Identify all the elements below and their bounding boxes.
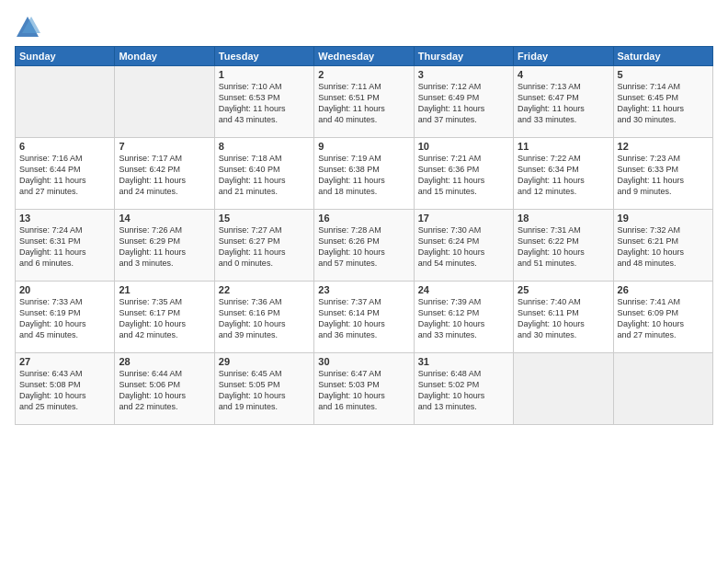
day-info: Sunrise: 7:32 AM Sunset: 6:21 PM Dayligh… <box>618 224 709 270</box>
day-number: 16 <box>318 213 409 224</box>
calendar-cell: 21Sunrise: 7:35 AM Sunset: 6:17 PM Dayli… <box>115 282 214 353</box>
day-info: Sunrise: 6:47 AM Sunset: 5:03 PM Dayligh… <box>318 368 409 413</box>
day-info: Sunrise: 7:41 AM Sunset: 6:09 PM Dayligh… <box>618 296 709 341</box>
day-info: Sunrise: 7:39 AM Sunset: 6:12 PM Dayligh… <box>418 296 509 341</box>
weekday-header: Friday <box>514 47 613 66</box>
calendar-cell: 9Sunrise: 7:19 AM Sunset: 6:38 PM Daylig… <box>314 138 414 210</box>
day-number: 26 <box>618 284 709 295</box>
day-number: 25 <box>518 284 609 295</box>
day-number: 29 <box>219 356 310 367</box>
day-number: 18 <box>518 213 609 224</box>
calendar-cell: 17Sunrise: 7:30 AM Sunset: 6:24 PM Dayli… <box>414 210 513 282</box>
day-info: Sunrise: 7:33 AM Sunset: 6:19 PM Dayligh… <box>19 296 110 341</box>
calendar-cell: 6Sunrise: 7:16 AM Sunset: 6:44 PM Daylig… <box>16 138 115 210</box>
day-info: Sunrise: 7:14 AM Sunset: 6:45 PM Dayligh… <box>618 81 709 126</box>
day-info: Sunrise: 7:37 AM Sunset: 6:14 PM Dayligh… <box>318 296 409 341</box>
calendar-header-row: SundayMondayTuesdayWednesdayThursdayFrid… <box>16 47 713 66</box>
day-info: Sunrise: 6:45 AM Sunset: 5:05 PM Dayligh… <box>219 368 310 413</box>
calendar-cell: 31Sunrise: 6:48 AM Sunset: 5:02 PM Dayli… <box>414 353 513 425</box>
day-info: Sunrise: 7:28 AM Sunset: 6:26 PM Dayligh… <box>318 224 409 270</box>
day-info: Sunrise: 7:11 AM Sunset: 6:51 PM Dayligh… <box>318 81 409 126</box>
calendar-cell <box>613 353 712 425</box>
day-info: Sunrise: 6:44 AM Sunset: 5:06 PM Dayligh… <box>119 368 210 413</box>
calendar-cell: 18Sunrise: 7:31 AM Sunset: 6:22 PM Dayli… <box>514 210 613 282</box>
calendar-cell: 27Sunrise: 6:43 AM Sunset: 5:08 PM Dayli… <box>16 353 115 425</box>
calendar-cell: 22Sunrise: 7:36 AM Sunset: 6:16 PM Dayli… <box>214 282 313 353</box>
calendar-cell: 7Sunrise: 7:17 AM Sunset: 6:42 PM Daylig… <box>115 138 214 210</box>
calendar-week-row: 20Sunrise: 7:33 AM Sunset: 6:19 PM Dayli… <box>16 282 713 353</box>
day-number: 14 <box>119 213 210 224</box>
day-number: 24 <box>418 284 509 295</box>
day-info: Sunrise: 7:27 AM Sunset: 6:27 PM Dayligh… <box>219 224 310 270</box>
day-number: 11 <box>518 141 609 152</box>
day-number: 4 <box>518 69 609 80</box>
day-number: 28 <box>119 356 210 367</box>
calendar-cell: 15Sunrise: 7:27 AM Sunset: 6:27 PM Dayli… <box>214 210 313 282</box>
day-info: Sunrise: 7:21 AM Sunset: 6:36 PM Dayligh… <box>418 153 509 198</box>
calendar-cell: 3Sunrise: 7:12 AM Sunset: 6:49 PM Daylig… <box>414 66 513 138</box>
day-number: 6 <box>19 141 110 152</box>
day-info: Sunrise: 6:43 AM Sunset: 5:08 PM Dayligh… <box>19 368 110 413</box>
calendar-cell: 4Sunrise: 7:13 AM Sunset: 6:47 PM Daylig… <box>514 66 613 138</box>
calendar-cell <box>115 66 214 138</box>
day-number: 17 <box>418 213 509 224</box>
day-number: 3 <box>418 69 509 80</box>
day-info: Sunrise: 7:23 AM Sunset: 6:33 PM Dayligh… <box>618 153 709 198</box>
weekday-header: Tuesday <box>214 47 313 66</box>
day-number: 9 <box>318 141 409 152</box>
calendar-cell <box>16 66 115 138</box>
logo <box>15 15 44 40</box>
day-info: Sunrise: 7:40 AM Sunset: 6:11 PM Dayligh… <box>518 296 609 341</box>
day-number: 8 <box>219 141 310 152</box>
weekday-header: Sunday <box>16 47 115 66</box>
day-info: Sunrise: 7:30 AM Sunset: 6:24 PM Dayligh… <box>418 224 509 270</box>
day-info: Sunrise: 7:22 AM Sunset: 6:34 PM Dayligh… <box>518 153 609 198</box>
day-number: 5 <box>618 69 709 80</box>
calendar-cell <box>514 353 613 425</box>
day-number: 15 <box>219 213 310 224</box>
day-info: Sunrise: 7:16 AM Sunset: 6:44 PM Dayligh… <box>19 153 110 198</box>
calendar-table: SundayMondayTuesdayWednesdayThursdayFrid… <box>15 46 713 425</box>
day-number: 7 <box>119 141 210 152</box>
weekday-header: Thursday <box>414 47 513 66</box>
day-number: 2 <box>318 69 409 80</box>
calendar-cell: 23Sunrise: 7:37 AM Sunset: 6:14 PM Dayli… <box>314 282 414 353</box>
day-number: 20 <box>19 284 110 295</box>
weekday-header: Monday <box>115 47 214 66</box>
calendar-cell: 25Sunrise: 7:40 AM Sunset: 6:11 PM Dayli… <box>514 282 613 353</box>
calendar-cell: 19Sunrise: 7:32 AM Sunset: 6:21 PM Dayli… <box>613 210 712 282</box>
day-number: 10 <box>418 141 509 152</box>
day-info: Sunrise: 7:17 AM Sunset: 6:42 PM Dayligh… <box>119 153 210 198</box>
header <box>15 11 713 40</box>
day-number: 12 <box>618 141 709 152</box>
day-number: 23 <box>318 284 409 295</box>
calendar-cell: 28Sunrise: 6:44 AM Sunset: 5:06 PM Dayli… <box>115 353 214 425</box>
day-info: Sunrise: 7:19 AM Sunset: 6:38 PM Dayligh… <box>318 153 409 198</box>
calendar-cell: 1Sunrise: 7:10 AM Sunset: 6:53 PM Daylig… <box>214 66 313 138</box>
day-number: 22 <box>219 284 310 295</box>
weekday-header: Saturday <box>613 47 712 66</box>
day-info: Sunrise: 7:35 AM Sunset: 6:17 PM Dayligh… <box>119 296 210 341</box>
day-number: 13 <box>19 213 110 224</box>
calendar-cell: 16Sunrise: 7:28 AM Sunset: 6:26 PM Dayli… <box>314 210 414 282</box>
day-info: Sunrise: 7:18 AM Sunset: 6:40 PM Dayligh… <box>219 153 310 198</box>
calendar-cell: 26Sunrise: 7:41 AM Sunset: 6:09 PM Dayli… <box>613 282 712 353</box>
logo-icon <box>15 15 40 40</box>
calendar-cell: 13Sunrise: 7:24 AM Sunset: 6:31 PM Dayli… <box>16 210 115 282</box>
calendar-cell: 12Sunrise: 7:23 AM Sunset: 6:33 PM Dayli… <box>613 138 712 210</box>
weekday-header: Wednesday <box>314 47 414 66</box>
calendar-cell: 24Sunrise: 7:39 AM Sunset: 6:12 PM Dayli… <box>414 282 513 353</box>
calendar-cell: 10Sunrise: 7:21 AM Sunset: 6:36 PM Dayli… <box>414 138 513 210</box>
calendar-cell: 14Sunrise: 7:26 AM Sunset: 6:29 PM Dayli… <box>115 210 214 282</box>
day-number: 19 <box>618 213 709 224</box>
calendar-week-row: 27Sunrise: 6:43 AM Sunset: 5:08 PM Dayli… <box>16 353 713 425</box>
day-info: Sunrise: 6:48 AM Sunset: 5:02 PM Dayligh… <box>418 368 509 413</box>
day-number: 1 <box>219 69 310 80</box>
day-number: 30 <box>318 356 409 367</box>
day-info: Sunrise: 7:13 AM Sunset: 6:47 PM Dayligh… <box>518 81 609 126</box>
day-info: Sunrise: 7:36 AM Sunset: 6:16 PM Dayligh… <box>219 296 310 341</box>
day-info: Sunrise: 7:12 AM Sunset: 6:49 PM Dayligh… <box>418 81 509 126</box>
calendar-cell: 29Sunrise: 6:45 AM Sunset: 5:05 PM Dayli… <box>214 353 313 425</box>
calendar-cell: 2Sunrise: 7:11 AM Sunset: 6:51 PM Daylig… <box>314 66 414 138</box>
day-info: Sunrise: 7:24 AM Sunset: 6:31 PM Dayligh… <box>19 224 110 270</box>
